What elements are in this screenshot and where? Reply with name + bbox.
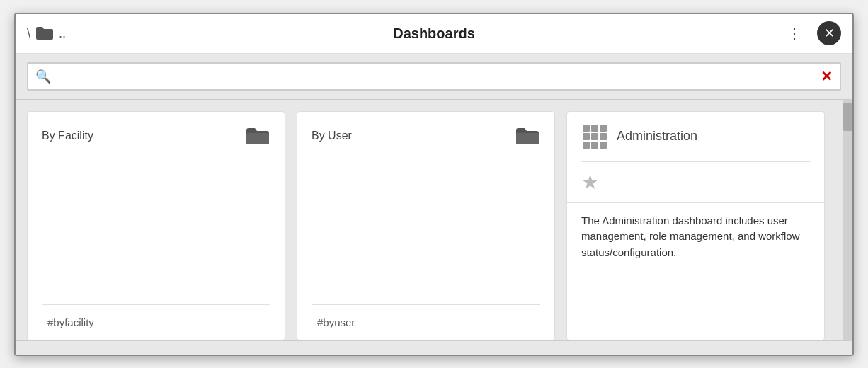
card-by-user-tag: #byuser xyxy=(312,314,360,331)
titlebar-actions: ⋮ ✕ xyxy=(783,21,841,45)
card-by-facility-tag-row: #byfacility xyxy=(42,304,270,340)
svg-rect-8 xyxy=(583,142,590,149)
card-by-user-tag-row: #byuser xyxy=(312,304,540,340)
svg-rect-7 xyxy=(600,133,607,140)
card-by-facility[interactable]: By Facility #byfacility xyxy=(27,111,285,340)
scrollbar-thumb[interactable] xyxy=(843,103,852,131)
folder-icon-by-user xyxy=(515,126,540,146)
close-button[interactable]: ✕ xyxy=(817,21,841,45)
star-icon[interactable]: ★ xyxy=(581,171,599,194)
card-by-facility-header: By Facility xyxy=(28,112,285,154)
search-icon: 🔍 xyxy=(35,69,51,84)
main-window: \ .. Dashboards ⋮ ✕ 🔍 ✕ By Facility xyxy=(14,13,854,356)
cube-icon xyxy=(581,123,608,150)
star-row: ★ xyxy=(567,162,824,202)
card-administration-header: Administration xyxy=(567,112,824,161)
card-administration[interactable]: Administration ★ The Administration dash… xyxy=(566,111,825,340)
titlebar: \ .. Dashboards ⋮ ✕ xyxy=(16,14,852,54)
card-administration-title: Administration xyxy=(617,129,697,144)
folder-nav-icon xyxy=(35,25,55,41)
svg-rect-6 xyxy=(591,133,598,140)
card-by-facility-tag: #byfacility xyxy=(42,314,100,331)
navigation-breadcrumb: \ .. xyxy=(27,25,66,41)
svg-rect-3 xyxy=(591,125,598,132)
nav-back[interactable]: \ xyxy=(27,26,30,41)
cards-area: By Facility #byfacility By User xyxy=(16,100,852,340)
svg-rect-9 xyxy=(591,142,598,149)
scrollbar[interactable] xyxy=(843,100,852,340)
nav-up[interactable]: .. xyxy=(59,26,66,41)
svg-rect-1 xyxy=(516,133,539,144)
svg-rect-0 xyxy=(246,133,269,144)
card-by-user-header: By User xyxy=(297,112,554,154)
card-by-user[interactable]: By User #byuser xyxy=(297,111,555,340)
search-bar: 🔍 ✕ xyxy=(16,54,852,100)
svg-rect-2 xyxy=(583,125,590,132)
folder-icon-by-facility xyxy=(245,126,270,146)
card-by-user-title: By User xyxy=(312,130,352,142)
more-options-button[interactable]: ⋮ xyxy=(783,22,806,45)
bottom-strip xyxy=(16,340,852,355)
card-by-facility-body: #byfacility xyxy=(28,154,285,340)
svg-rect-10 xyxy=(600,142,607,149)
search-input[interactable] xyxy=(57,70,815,83)
window-title: Dashboards xyxy=(393,25,475,42)
svg-rect-5 xyxy=(583,133,590,140)
search-input-wrapper: 🔍 ✕ xyxy=(27,62,841,91)
svg-rect-4 xyxy=(600,125,607,132)
card-administration-description: The Administration dashboard includes us… xyxy=(567,202,824,271)
card-by-facility-title: By Facility xyxy=(42,130,93,142)
card-by-user-body: #byuser xyxy=(297,154,554,340)
search-clear-button[interactable]: ✕ xyxy=(821,68,833,85)
